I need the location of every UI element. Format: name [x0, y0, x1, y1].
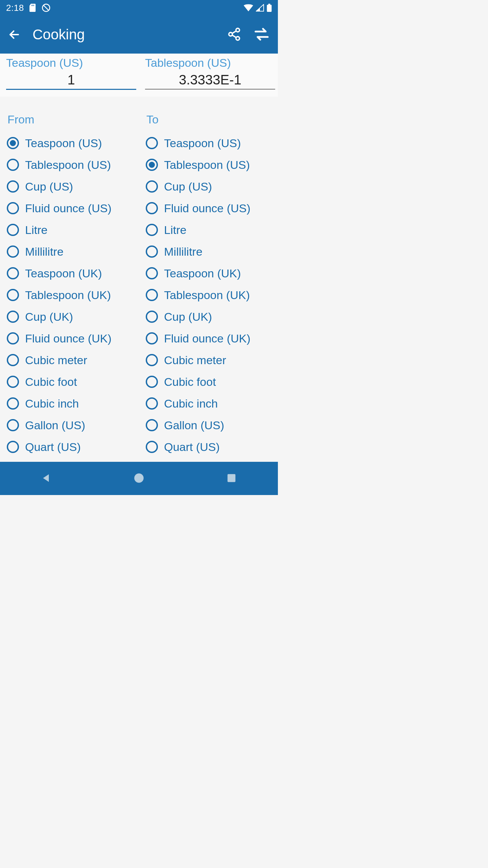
radio-icon: [146, 441, 158, 453]
to-unit-item[interactable]: Cup (UK): [146, 306, 275, 328]
to-unit-item[interactable]: Cubic inch: [146, 393, 275, 414]
to-column-header: To: [146, 113, 275, 126]
radio-icon: [7, 159, 19, 171]
to-value-input[interactable]: [145, 72, 275, 87]
to-unit-item[interactable]: Cubic foot: [146, 371, 275, 393]
share-button[interactable]: [227, 26, 241, 43]
unit-label: Millilitre: [164, 245, 202, 258]
to-input-underline: [145, 72, 275, 90]
page-title: Cooking: [33, 26, 215, 43]
svg-rect-3: [268, 4, 270, 5]
to-unit-item[interactable]: Tablespoon (US): [146, 154, 275, 176]
to-unit-item[interactable]: Litre: [146, 219, 275, 241]
navigation-bar: [0, 462, 278, 495]
radio-icon: [146, 289, 158, 301]
app-bar: Cooking: [0, 16, 278, 54]
radio-icon: [146, 419, 158, 431]
radio-icon: [7, 354, 19, 366]
from-unit-item[interactable]: Teaspoon (UK): [7, 262, 136, 284]
to-unit-item[interactable]: Quart (US): [146, 436, 275, 458]
to-unit-item[interactable]: Teaspoon (US): [146, 132, 275, 154]
from-unit-item[interactable]: Cubic inch: [7, 393, 136, 414]
radio-icon: [146, 397, 158, 410]
from-column-header: From: [7, 113, 136, 126]
conversion-from-column: Teaspoon (US): [0, 55, 139, 90]
from-unit-label: Teaspoon (US): [6, 56, 136, 70]
from-unit-item[interactable]: Cup (UK): [7, 306, 136, 328]
unit-label: Tablespoon (UK): [25, 289, 111, 302]
svg-line-8: [232, 31, 236, 33]
back-button[interactable]: [8, 28, 20, 41]
unit-label: Cubic meter: [25, 354, 87, 367]
nav-back-button[interactable]: [26, 468, 67, 489]
radio-icon: [7, 332, 19, 344]
from-unit-item[interactable]: Fluid ounce (UK): [7, 328, 136, 349]
radio-icon: [7, 397, 19, 410]
screen-root: 2:18 Cooking: [0, 0, 278, 495]
radio-icon: [146, 267, 158, 279]
unit-label: Fluid ounce (UK): [164, 332, 250, 345]
unit-label: Quart (US): [164, 440, 220, 454]
unit-label: Teaspoon (UK): [164, 267, 241, 280]
unit-label: Teaspoon (US): [164, 137, 241, 150]
unit-label: Cubic foot: [25, 375, 77, 389]
svg-point-6: [229, 32, 232, 36]
radio-icon: [146, 137, 158, 149]
svg-point-10: [134, 473, 144, 483]
radio-icon: [7, 419, 19, 431]
from-unit-item[interactable]: Gallon (US): [7, 414, 136, 436]
radio-icon: [7, 311, 19, 323]
to-unit-label: Tablespoon (US): [145, 56, 275, 70]
from-unit-item[interactable]: Fluid ounce (US): [7, 197, 136, 219]
to-unit-column: To Teaspoon (US)Tablespoon (US)Cup (US)F…: [139, 113, 278, 462]
to-unit-item[interactable]: Millilitre: [146, 241, 275, 262]
status-bar-left: 2:18: [6, 3, 50, 13]
from-unit-item[interactable]: Cup (US): [7, 176, 136, 197]
radio-icon: [7, 289, 19, 301]
unit-label: Cubic inch: [164, 397, 218, 410]
unit-label: Fluid ounce (US): [25, 202, 111, 215]
unit-label: Tablespoon (UK): [164, 289, 250, 302]
to-unit-item[interactable]: Teaspoon (UK): [146, 262, 275, 284]
nav-back-icon: [41, 472, 52, 485]
radio-icon: [146, 224, 158, 236]
conversion-header: Teaspoon (US) Tablespoon (US): [0, 54, 278, 97]
radio-icon: [146, 180, 158, 193]
from-unit-item[interactable]: Litre: [7, 219, 136, 241]
radio-icon: [146, 159, 158, 171]
to-unit-item[interactable]: Cup (US): [146, 176, 275, 197]
unit-lists: From Teaspoon (US)Tablespoon (US)Cup (US…: [0, 97, 278, 462]
to-unit-item[interactable]: Cubic meter: [146, 349, 275, 371]
from-unit-item[interactable]: Millilitre: [7, 241, 136, 262]
from-unit-item[interactable]: Cubic meter: [7, 349, 136, 371]
to-unit-item[interactable]: Gallon (US): [146, 414, 275, 436]
radio-icon: [146, 332, 158, 344]
from-unit-column: From Teaspoon (US)Tablespoon (US)Cup (US…: [0, 113, 139, 462]
app-bar-actions: [227, 26, 270, 43]
from-unit-item[interactable]: Teaspoon (US): [7, 132, 136, 154]
status-time: 2:18: [6, 3, 24, 13]
status-bar-right: [244, 4, 272, 12]
sd-card-icon: [29, 4, 36, 12]
radio-icon: [7, 137, 19, 149]
radio-icon: [7, 441, 19, 453]
unit-label: Tablespoon (US): [164, 158, 250, 172]
from-unit-item[interactable]: Quart (US): [7, 436, 136, 458]
nav-home-button[interactable]: [119, 468, 159, 489]
radio-icon: [146, 202, 158, 214]
to-unit-item[interactable]: Fluid ounce (US): [146, 197, 275, 219]
radio-icon: [146, 245, 158, 258]
from-unit-item[interactable]: Cubic foot: [7, 371, 136, 393]
unit-label: Cup (US): [25, 180, 73, 193]
to-unit-item[interactable]: Tablespoon (UK): [146, 284, 275, 306]
to-unit-item[interactable]: Fluid ounce (UK): [146, 328, 275, 349]
radio-icon: [7, 202, 19, 214]
from-value-input[interactable]: [6, 72, 136, 87]
nav-recents-button[interactable]: [211, 468, 252, 489]
do-not-disturb-icon: [42, 3, 50, 12]
share-icon: [227, 26, 241, 43]
from-unit-item[interactable]: Tablespoon (US): [7, 154, 136, 176]
from-unit-item[interactable]: Tablespoon (UK): [7, 284, 136, 306]
swap-button[interactable]: [253, 26, 270, 43]
cellular-signal-icon: [256, 4, 264, 12]
